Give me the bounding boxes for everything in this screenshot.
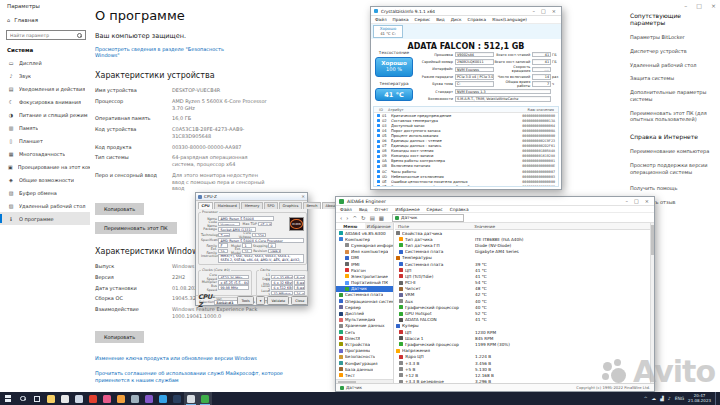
menu-item[interactable]: Избранное <box>395 207 419 212</box>
taskbar-app-icon[interactable] <box>44 392 58 405</box>
tools-button[interactable]: Tools <box>237 296 253 304</box>
taskbar-app-icon[interactable] <box>58 392 72 405</box>
minimize-icon[interactable]: – <box>684 2 687 9</box>
menu-item[interactable]: Сервис <box>427 207 443 212</box>
smart-row[interactable]: 0D Небезопасные отключения 0000000000000… <box>374 174 558 179</box>
sidebar-item[interactable]: ▨ Удаленный рабочий стол <box>0 199 90 212</box>
network-icon[interactable]: ▟ <box>660 396 664 401</box>
taskbar-app-icon[interactable] <box>170 392 184 405</box>
task-view-button[interactable] <box>30 392 44 405</box>
close-button[interactable]: Close <box>291 296 308 304</box>
menu-item[interactable]: Правка <box>393 17 409 22</box>
show-desktop-button[interactable] <box>715 392 718 405</box>
smart-row[interactable]: 01 Критическое предупреждение 0000000000… <box>374 113 558 118</box>
smart-row[interactable]: 0F Записи в журнале информации об ошибка… <box>374 184 558 187</box>
close-icon[interactable]: × <box>552 8 556 14</box>
smart-row[interactable]: 08 Команды хост-чтения 0000000001B05848 <box>374 149 558 154</box>
menu-item[interactable]: Сервис <box>415 17 431 22</box>
sidebar-item-home[interactable]: ⌂ Главная <box>7 17 38 23</box>
tree-item[interactable]: Тест <box>336 372 393 378</box>
minimize-icon[interactable]: – <box>626 198 629 204</box>
search-input[interactable] <box>7 33 77 38</box>
close-icon[interactable]: × <box>645 198 649 204</box>
smart-row[interactable]: 0C Часы работы 0000000000000007 <box>374 169 558 174</box>
chart-icon[interactable]: ▦ <box>379 215 384 221</box>
drive-tab[interactable]: Хорошо 41 °C C: <box>373 25 403 38</box>
cpuz-tab[interactable]: Bench <box>303 202 321 209</box>
menu-item[interactable]: Вид <box>436 17 445 22</box>
related-link[interactable]: Диспетчер устройств <box>630 48 716 55</box>
menu-item[interactable]: Справка <box>468 17 486 22</box>
smart-row[interactable]: 05 Процент использования 000000000000000… <box>374 133 558 138</box>
related-link[interactable]: Дополнительные параметры системы <box>630 89 716 103</box>
sidebar-item[interactable]: ▭ Дисплей <box>0 56 90 69</box>
menu-item[interactable]: Диск <box>451 17 462 22</box>
web-help-link[interactable]: Переименование компьютера <box>630 148 716 155</box>
report-icon[interactable]: ▤ <box>370 215 375 221</box>
sidebar-item[interactable]: ▯ Планшет <box>0 134 90 147</box>
related-link[interactable]: Удаленный рабочий стол <box>630 62 716 69</box>
sidebar-item[interactable]: ▧ Буфер обмена <box>0 186 90 199</box>
settings-link[interactable]: Прочитать соглашение об использовании сл… <box>95 370 307 384</box>
cpuz-tab[interactable]: Memory <box>241 202 263 209</box>
close-icon[interactable]: × <box>301 194 305 199</box>
health-status-button[interactable]: Хорошо 100 % <box>375 57 413 77</box>
taskbar-app-icon[interactable] <box>128 392 142 405</box>
menu-item[interactable]: Отчет <box>375 207 389 212</box>
taskbar-app-icon[interactable] <box>184 392 198 405</box>
sidebar-item[interactable]: ▦ Многозадачность <box>0 147 90 160</box>
related-link[interactable]: Переименовать этот ПК (для опытных польз… <box>630 110 716 124</box>
taskbar-app-icon[interactable] <box>72 392 86 405</box>
smart-row[interactable]: 07 Единицы данных - запись 00000000002D2… <box>374 144 558 149</box>
temperature-button[interactable]: 41 °C <box>375 88 413 101</box>
smart-row[interactable]: 04 Порог доступного запаса 0000000000000… <box>374 128 558 133</box>
sidebar-item[interactable]: ▤ Уведомления и действия <box>0 82 90 95</box>
cdi-titlebar[interactable]: CrystalDiskInfo 9.1.1 x64 – □ × <box>371 7 561 16</box>
sidebar-item[interactable]: ▣ Проецирование на этот компьютер <box>0 160 90 173</box>
smart-row[interactable]: 06 Единицы данных - чтение 00000000002C9… <box>374 138 558 143</box>
smart-row[interactable]: 0E Ошибки целостности носителя данных 00… <box>374 179 558 184</box>
rename-pc-button[interactable]: Переименовать этот ПК <box>95 222 177 234</box>
volume-icon[interactable]: ♪ <box>668 396 671 401</box>
taskbar-search-button[interactable] <box>16 392 30 405</box>
address-box[interactable]: Датчик <box>392 214 464 222</box>
menu-item[interactable]: Файл <box>340 207 352 212</box>
language-indicator[interactable]: ENG <box>675 396 684 401</box>
smart-row[interactable]: 03 Доступный запас 0000000000000064 <box>374 123 558 128</box>
menu-item[interactable]: Язык(Language) <box>492 17 527 22</box>
sidebar-item[interactable]: ◑ Питание и спящий режим <box>0 108 90 121</box>
taskbar-app-icon[interactable] <box>100 392 114 405</box>
sidebar-item[interactable]: ♪ Звук <box>0 69 90 82</box>
taskbar-app-icon[interactable] <box>142 392 156 405</box>
tree-item[interactable]: AIDA64 v6.85.6300 <box>336 230 393 236</box>
taskbar-app-icon[interactable] <box>86 392 100 405</box>
vertical-scrollbar[interactable] <box>650 223 654 383</box>
cpuz-tab[interactable]: Graphics <box>279 202 302 209</box>
settings-link[interactable]: Изменение ключа продукта или обновление … <box>95 355 307 362</box>
pane-tab[interactable]: Меню <box>336 223 365 229</box>
close-icon[interactable]: × <box>711 2 716 9</box>
taskbar-clock[interactable]: 20:47 21.08.2023 <box>688 394 711 403</box>
sidebar-item[interactable]: ▥ Память <box>0 121 90 134</box>
menu-item[interactable]: Файл <box>375 17 387 22</box>
up-icon[interactable]: ^ <box>352 215 357 221</box>
maximize-icon[interactable]: □ <box>634 198 639 204</box>
sidebar-item[interactable]: ℹ О программе <box>0 212 90 225</box>
menu-item[interactable]: Вид <box>359 207 368 212</box>
pane-tab[interactable]: Избранное <box>365 223 394 229</box>
smart-row[interactable]: 0B Включения питания 000000000000000E <box>374 164 558 169</box>
aida-titlebar[interactable]: AIDA64 Engineer – □ × <box>336 197 654 206</box>
taskbar-app-icon[interactable] <box>114 392 128 405</box>
get-help-link[interactable]: Получить помощь <box>630 185 716 192</box>
maximize-icon[interactable]: □ <box>696 2 702 9</box>
sidebar-item[interactable]: ◈ Общие возможности <box>0 173 90 186</box>
cpuz-tab[interactable]: CPU <box>198 202 213 209</box>
taskbar-app-icon[interactable] <box>198 392 212 405</box>
taskbar-app-icon[interactable] <box>156 392 170 405</box>
smart-row[interactable]: 09 Команды хост-записи 0000000001619288 <box>374 154 558 159</box>
back-icon[interactable]: ‹ <box>340 215 342 221</box>
cpuz-tab[interactable]: SPD <box>264 202 278 209</box>
hidden-icons-chevron[interactable]: ^ <box>644 396 648 401</box>
maximize-icon[interactable]: □ <box>541 8 546 14</box>
forward-icon[interactable]: › <box>346 215 348 221</box>
